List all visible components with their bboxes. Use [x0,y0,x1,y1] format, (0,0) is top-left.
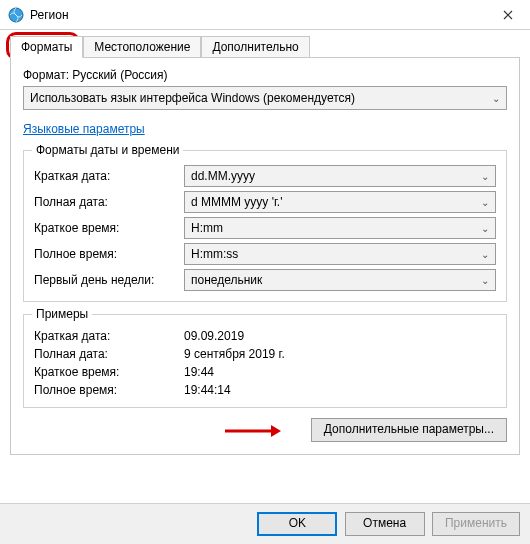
language-settings-link[interactable]: Языковые параметры [23,122,145,136]
tab-body: Формат: Русский (Россия) Использовать яз… [10,57,520,455]
examples-title: Примеры [32,307,92,321]
chevron-down-icon: ⌄ [481,223,489,234]
long-time-dropdown[interactable]: H:mm:ss⌄ [184,243,496,265]
long-date-label: Полная дата: [34,195,184,209]
example-short-date: Краткая дата: 09.09.2019 [34,329,496,343]
close-button[interactable] [485,0,530,30]
window-title: Регион [30,8,485,22]
long-date-dropdown[interactable]: d MMMM yyyy 'г.'⌄ [184,191,496,213]
tab-advanced[interactable]: Дополнительно [201,36,309,58]
format-dropdown[interactable]: Использовать язык интерфейса Windows (ре… [23,86,507,110]
short-time-dropdown[interactable]: H:mm⌄ [184,217,496,239]
date-time-formats-title: Форматы даты и времени [32,143,183,157]
example-long-time: Полное время: 19:44:14 [34,383,496,397]
short-date-label: Краткая дата: [34,169,184,183]
format-dropdown-value: Использовать язык интерфейса Windows (ре… [30,91,355,105]
example-short-time: Краткое время: 19:44 [34,365,496,379]
cancel-button[interactable]: Отмена [345,512,425,536]
ok-button[interactable]: OK [257,512,337,536]
short-time-row: Краткое время: H:mm⌄ [34,217,496,239]
short-date-dropdown[interactable]: dd.MM.yyyy⌄ [184,165,496,187]
title-bar: Регион [0,0,530,30]
examples-group: Примеры Краткая дата: 09.09.2019 Полная … [23,314,507,408]
long-date-row: Полная дата: d MMMM yyyy 'г.'⌄ [34,191,496,213]
short-time-label: Краткое время: [34,221,184,235]
chevron-down-icon: ⌄ [481,197,489,208]
tab-location[interactable]: Местоположение [83,36,201,58]
short-date-row: Краткая дата: dd.MM.yyyy⌄ [34,165,496,187]
globe-icon [8,7,24,23]
chevron-down-icon: ⌄ [492,93,500,104]
svg-marker-2 [271,425,281,437]
additional-settings-row: Дополнительные параметры... [23,418,507,442]
additional-settings-button[interactable]: Дополнительные параметры... [311,418,507,442]
arrow-annotation-icon [223,420,283,446]
chevron-down-icon: ⌄ [481,171,489,182]
first-day-label: Первый день недели: [34,273,184,287]
dialog-footer: OK Отмена Применить [0,503,530,544]
long-time-row: Полное время: H:mm:ss⌄ [34,243,496,265]
apply-button[interactable]: Применить [432,512,520,536]
tab-formats[interactable]: Форматы [10,36,83,58]
format-label: Формат: Русский (Россия) [23,68,507,82]
chevron-down-icon: ⌄ [481,249,489,260]
chevron-down-icon: ⌄ [481,275,489,286]
example-long-date: Полная дата: 9 сентября 2019 г. [34,347,496,361]
date-time-formats-group: Форматы даты и времени Краткая дата: dd.… [23,150,507,302]
first-day-dropdown[interactable]: понедельник⌄ [184,269,496,291]
tab-strip: Форматы Местоположение Дополнительно [10,36,520,58]
long-time-label: Полное время: [34,247,184,261]
first-day-row: Первый день недели: понедельник⌄ [34,269,496,291]
